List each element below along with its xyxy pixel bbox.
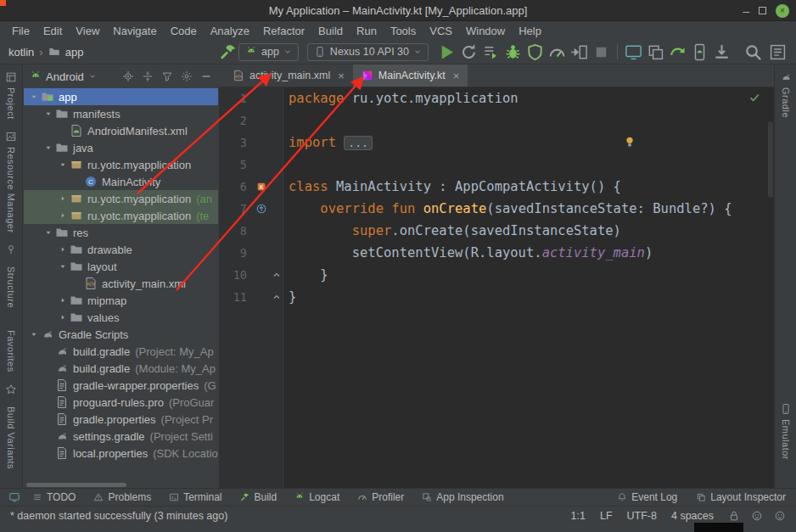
tree-item-package-androidtest[interactable]: ru.yotc.myapplication(an [24,190,218,207]
close-tab-icon[interactable]: × [453,70,460,82]
tree-item-androidmanifest-xml[interactable]: AndroidManifest.xml [24,122,218,139]
hide-panel-icon[interactable] [200,70,212,82]
notifications-button[interactable] [768,42,788,61]
device-file-explorer-button[interactable] [624,42,643,61]
locate-file-icon[interactable] [122,70,134,82]
close-tab-icon[interactable]: × [338,70,345,82]
menu-edit[interactable]: Edit [36,23,69,39]
attach-debugger-button[interactable] [569,42,589,61]
menu-analyze[interactable]: Analyze [204,23,256,39]
tree-item-gradle-wrapper-properties[interactable]: gradle-wrapper.properties(G [24,377,218,394]
collapse-all-icon[interactable] [142,70,154,82]
stripe-favorites-star[interactable] [5,384,17,395]
menu-code[interactable]: Code [164,23,204,39]
caret-position[interactable]: 1:1 [571,510,586,522]
run-button[interactable] [437,42,457,61]
sdk-manager-button[interactable] [712,42,732,61]
breadcrumb-item-app[interactable]: app [65,46,84,59]
file-encoding[interactable]: UTF-8 [627,510,657,522]
tree-item-mainactivity[interactable]: CMainActivity [24,173,218,190]
tool-window-switcher-icon[interactable] [8,491,20,503]
tree-item-manifests[interactable]: manifests [24,105,218,122]
tree-item-gradle-scripts[interactable]: Gradle Scripts [24,326,218,343]
stripe-emulator[interactable]: Emulator [780,403,792,460]
editor[interactable]: 1package ru.yotc.myapplication23import .… [219,87,774,489]
debug-button[interactable] [503,42,523,61]
search-everywhere-button[interactable] [743,42,763,61]
device-select[interactable]: Nexus 10 API 30 [307,43,429,61]
intention-lightbulb-icon[interactable] [623,135,636,148]
stripe-resource-manager[interactable]: Resource Manager [5,131,17,233]
toolwindow-terminal[interactable]: Terminal [169,491,221,503]
emoji-feedback-2-icon[interactable] [774,510,786,522]
menu-navigate[interactable]: Navigate [106,23,163,39]
project-horizontal-scrollbar[interactable] [26,483,126,487]
titlebar[interactable]: My Application – MainActivity.kt [My_App… [0,0,796,21]
tree-item-settings-gradle[interactable]: settings.gradle(Project Setti [24,428,218,445]
toolwindow-layout-inspector[interactable]: Layout Inspector [696,491,786,503]
layout-validation-button[interactable] [646,42,665,61]
tab-activity-main-xml[interactable]: </>activity_main.xml× [224,64,353,87]
filter-icon[interactable] [161,70,173,82]
tree-item-gradle-properties[interactable]: gradle.properties(Project Pr [24,411,218,428]
tree-item-layout[interactable]: layout [24,258,218,275]
menu-tools[interactable]: Tools [384,23,423,39]
menu-build[interactable]: Build [311,23,350,39]
tab-mainactivity-kt[interactable]: MainActivity.kt× [353,64,468,87]
stripe-structure[interactable]: Structure [6,266,16,308]
maximize-button[interactable] [759,7,766,14]
toolwindow-logcat[interactable]: Logcat [294,491,339,503]
menu-help[interactable]: Help [512,23,548,39]
editor-scrollbar[interactable] [768,121,773,198]
stripe-build-variants[interactable]: Build Variants [6,406,16,469]
readonly-lock-icon[interactable] [728,510,740,522]
stop-button[interactable] [591,42,611,61]
tree-item-java[interactable]: java [24,139,218,156]
menu-run[interactable]: Run [350,23,384,39]
menu-view[interactable]: View [69,23,106,39]
tree-item-activity-main-xml[interactable]: </>activity_main.xml [24,275,218,292]
apply-changes-button[interactable] [459,42,479,61]
tree-item-build-gradle-module[interactable]: build.gradle(Module: My_Ap [24,360,218,377]
chevron-down-icon[interactable] [88,72,97,81]
breadcrumb-item-kotlin[interactable]: kotlin [8,46,34,59]
indent-setting[interactable]: 4 spaces [671,510,714,522]
profiler-button[interactable] [547,42,567,61]
tree-item-local-properties[interactable]: local.properties(SDK Locatio [24,445,218,462]
build-hammer-button[interactable] [219,42,238,61]
minimize-button[interactable]: – [743,7,749,15]
tree-item-drawable[interactable]: drawable [24,241,218,258]
menu-refactor[interactable]: Refactor [256,23,311,39]
toolwindow-app-inspection[interactable]: App Inspection [422,491,503,503]
tree-item-values[interactable]: values [24,309,218,326]
tree-item-res[interactable]: res [24,224,218,241]
project-view-selector[interactable]: Android [46,70,84,83]
toolwindow-event-log[interactable]: Event Log [617,491,677,503]
stripe-favorites[interactable]: Favorites [6,330,16,372]
emoji-feedback-1-icon[interactable] [751,510,763,522]
line-separator[interactable]: LF [600,510,613,522]
toolwindow-profiler[interactable]: Profiler [357,491,404,503]
settings-icon[interactable] [181,70,193,82]
tree-item-package-test[interactable]: ru.yotc.myapplication(te [24,207,218,224]
tree-item-mipmap[interactable]: mipmap [24,292,218,309]
inspections-ok-icon[interactable] [748,92,760,104]
toolwindow-build[interactable]: Build [240,491,277,503]
menu-vcs[interactable]: VCS [423,23,459,39]
tree-item-package-main[interactable]: ru.yotc.myapplication [24,156,218,173]
run-configuration-select[interactable]: app [238,43,299,61]
stripe-project[interactable]: Project [5,71,17,120]
sync-project-gradle-button[interactable] [668,42,687,61]
menu-window[interactable]: Window [459,23,512,39]
stripe-pin[interactable] [5,244,17,255]
run-coverage-button[interactable] [525,42,545,61]
toolwindow-problems[interactable]: Problems [93,491,151,503]
apply-code-changes-button[interactable] [481,42,501,61]
tree-item-proguard-rules[interactable]: proguard-rules.pro(ProGuar [24,394,218,411]
stripe-gradle[interactable]: Gradle [780,71,792,118]
device-manager-button[interactable] [690,42,709,61]
tree-item-app[interactable]: app [24,88,218,105]
toolwindow-todo[interactable]: TODO [32,491,76,503]
menu-file[interactable]: File [5,23,36,39]
close-button[interactable]: × [776,4,789,18]
